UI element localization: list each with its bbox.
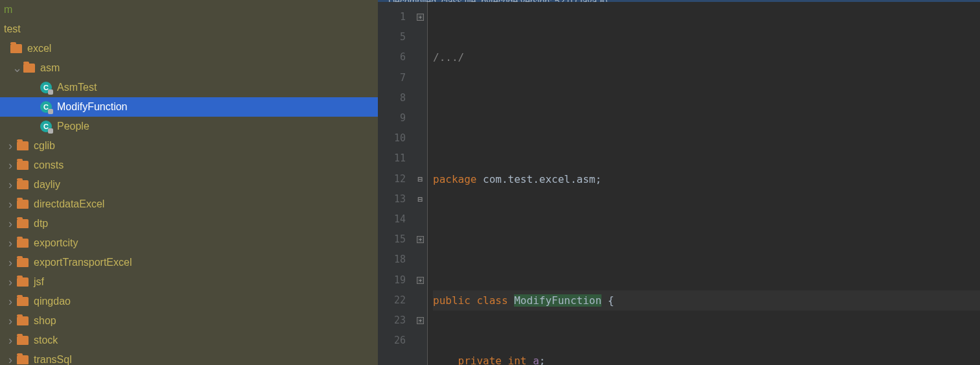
folder-icon	[17, 316, 29, 325]
folder-icon	[23, 64, 35, 73]
tree-item-excel[interactable]: excel	[0, 39, 378, 58]
tree-item-cglib[interactable]: cglib	[0, 136, 378, 156]
tree-item-label: excel	[27, 43, 51, 54]
tree-item-asmtest[interactable]: C AsmTest	[0, 78, 378, 97]
code-fold-text: /.../	[433, 51, 464, 64]
code-area[interactable]: 1 5 6 7 8 9 10 11 12 13 14 15 18 19 22 2…	[378, 2, 980, 365]
line-number: 23	[378, 311, 406, 331]
line-number: 5	[378, 27, 406, 47]
folder-icon	[17, 141, 29, 150]
tree-item-label: AsmTest	[57, 82, 97, 93]
class-icon: C	[40, 101, 52, 113]
tree-item-test[interactable]: test	[0, 19, 378, 39]
folder-icon	[17, 277, 29, 287]
fold-gutter: + ⊟ ⊟ + + +	[414, 2, 428, 365]
line-number: 19	[378, 270, 406, 290]
folder-icon	[17, 200, 29, 209]
tree-item-label: jsf	[34, 276, 44, 288]
folder-icon	[17, 297, 29, 306]
tree-item-stock[interactable]: stock	[0, 331, 378, 350]
tree-item-asm[interactable]: asm	[0, 58, 378, 78]
tree-item-dayliy[interactable]: dayliy	[0, 175, 378, 194]
line-number: 10	[378, 128, 406, 148]
chevron-right-icon[interactable]	[4, 257, 17, 268]
tree-item-exporttransportexcel[interactable]: exportTransportExcel	[0, 253, 378, 272]
tree-item-consts[interactable]: consts	[0, 156, 378, 175]
tree-item-label: dtp	[34, 218, 48, 230]
fold-expand-icon[interactable]: +	[417, 317, 424, 324]
line-numbers: 1 5 6 7 8 9 10 11 12 13 14 15 18 19 22 2…	[378, 2, 414, 365]
tree-item-jsf[interactable]: jsf	[0, 272, 378, 292]
chevron-right-icon[interactable]	[4, 140, 17, 152]
line-number: 1	[378, 7, 406, 27]
line-number: 8	[378, 88, 406, 108]
line-number: 15	[378, 230, 406, 250]
tree-item-label: People	[57, 121, 89, 132]
tree-item-label: transSql	[34, 354, 72, 365]
chevron-right-icon[interactable]	[4, 335, 17, 346]
tree-item-modifyfunction[interactable]: C ModifyFunction	[0, 97, 378, 117]
tree-item-label: exportcity	[34, 237, 78, 249]
fold-close-icon[interactable]: ⊟	[418, 189, 423, 209]
tree-item-label: directdataExcel	[34, 198, 104, 210]
line-number: 18	[378, 250, 406, 270]
class-icon: C	[40, 121, 52, 132]
folder-icon	[10, 44, 22, 53]
folder-icon	[17, 219, 29, 228]
tree-item-label: m	[4, 4, 12, 16]
tree-item-dtp[interactable]: dtp	[0, 214, 378, 233]
tree-item-label: dayliy	[34, 179, 60, 191]
tree-item-shop[interactable]: shop	[0, 311, 378, 331]
tree-item-label: qingdao	[34, 296, 71, 307]
class-icon: C	[40, 82, 52, 93]
line-number: 6	[378, 47, 406, 67]
tree-item-label: shop	[34, 315, 56, 327]
code-text[interactable]: /.../ package com.test.excel.asm; public…	[428, 2, 980, 365]
line-number: 7	[378, 68, 406, 88]
chevron-down-icon[interactable]	[10, 62, 23, 74]
tree-item-label: asm	[40, 62, 60, 74]
chevron-right-icon[interactable]	[4, 198, 17, 210]
chevron-right-icon[interactable]	[4, 296, 17, 307]
editor-pane: Decompiled .class file, bytecode version…	[378, 0, 980, 365]
chevron-right-icon[interactable]	[4, 159, 17, 171]
folder-icon	[17, 180, 29, 189]
line-number: 26	[378, 331, 406, 351]
line-number: 9	[378, 108, 406, 128]
chevron-right-icon[interactable]	[4, 218, 17, 230]
tree-item-label: cglib	[34, 140, 55, 152]
tree-item-label: stock	[34, 335, 58, 346]
tree-item-label: ModifyFunction	[57, 101, 128, 113]
fold-expand-icon[interactable]: +	[417, 14, 424, 21]
folder-icon	[17, 258, 29, 267]
line-number: 13	[378, 189, 406, 209]
chevron-right-icon[interactable]	[4, 315, 17, 327]
fold-open-icon[interactable]: ⊟	[418, 169, 423, 189]
folder-icon	[17, 336, 29, 345]
chevron-right-icon[interactable]	[4, 237, 17, 249]
folder-icon	[17, 355, 29, 364]
tree-item-label: exportTransportExcel	[34, 257, 132, 268]
fold-expand-icon[interactable]: +	[417, 277, 424, 284]
tree-item-transsql[interactable]: transSql	[0, 350, 378, 365]
tree-item-qingdao[interactable]: qingdao	[0, 292, 378, 311]
line-number: 22	[378, 290, 406, 311]
chevron-right-icon[interactable]	[4, 354, 17, 365]
tree-item-exportcity[interactable]: exportcity	[0, 233, 378, 253]
line-number: 12	[378, 169, 406, 189]
fold-expand-icon[interactable]: +	[417, 236, 424, 243]
project-tree[interactable]: m test excel asm C AsmTest C ModifyFunct…	[0, 0, 378, 365]
tree-item-label: consts	[34, 159, 64, 171]
chevron-right-icon[interactable]	[4, 276, 17, 288]
line-number: 14	[378, 209, 406, 230]
tree-item-people[interactable]: C People	[0, 117, 378, 136]
folder-icon	[17, 161, 29, 170]
tree-item-label: test	[4, 23, 21, 35]
tree-item-directdataexcel[interactable]: directdataExcel	[0, 194, 378, 214]
line-number: 11	[378, 148, 406, 169]
folder-icon	[17, 239, 29, 248]
tree-root-partial[interactable]: m	[0, 0, 378, 19]
chevron-right-icon[interactable]	[4, 179, 17, 191]
